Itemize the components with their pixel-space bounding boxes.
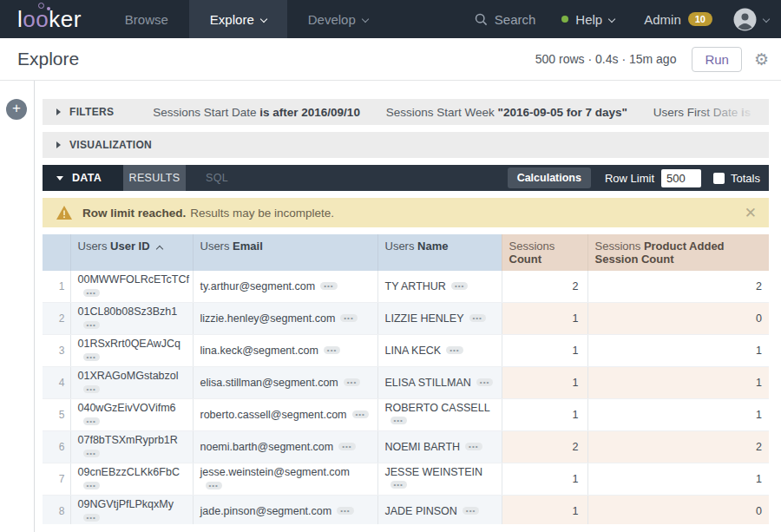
cell-menu-icon[interactable]: ••• [352,410,369,418]
user-menu[interactable] [733,8,769,31]
cell-menu-icon[interactable]: ••• [446,346,463,354]
cell-user-id[interactable]: 01CL80b08Sz3Bzh1••• [70,303,193,335]
cell-menu-icon[interactable]: ••• [83,482,100,489]
cell-menu-icon[interactable]: ••• [344,378,360,386]
totals-checkbox[interactable] [713,173,725,184]
cell-menu-icon[interactable]: ••• [390,481,407,489]
expand-arrow-icon[interactable] [56,141,61,148]
data-section-toggle[interactable]: DATA [43,165,123,191]
close-icon[interactable]: ✕ [745,206,757,220]
cell-email[interactable]: elisa.stillman@segment.com••• [193,367,377,399]
cell-menu-icon[interactable]: ••• [83,289,100,297]
calculations-button[interactable]: Calculations [508,167,591,188]
header-name[interactable]: Users Name [377,234,502,271]
cell-menu-icon[interactable]: ••• [390,417,407,424]
tab-results[interactable]: RESULTS [123,165,186,191]
cell-product-added[interactable]: 2 [587,431,769,463]
cell-user-id[interactable]: 00MWWFOLRcETcTCf••• [70,271,193,303]
cell-count[interactable]: 1 [502,496,587,525]
cell-name[interactable]: ROBERTO CASSELL••• [377,399,502,431]
cell-email[interactable]: ty.arthur@segment.com••• [193,271,377,303]
cell-product-added[interactable]: 1 [587,463,769,496]
cell-count[interactable]: 1 [502,303,587,335]
cell-name[interactable]: ELISA STILLMAN••• [377,367,502,399]
cell-count[interactable]: 1 [502,367,587,399]
visualization-title[interactable]: VISUALIZATION [69,139,152,151]
cell-email[interactable]: jesse.weinstein@segment.com••• [193,463,377,496]
cell-menu-icon[interactable]: ••• [451,282,468,290]
cell-menu-icon[interactable]: ••• [337,507,353,515]
cell-menu-icon[interactable]: ••• [324,346,340,354]
cell-user-id[interactable]: 09cnEBzzCLKk6FbC••• [70,463,193,496]
admin-menu[interactable]: Admin 10 [644,12,712,27]
header-count[interactable]: Sessions Count [502,234,587,271]
cell-email[interactable]: noemi.barth@segment.com••• [193,431,377,463]
cell-menu-icon[interactable]: ••• [83,321,100,329]
expand-arrow-icon[interactable] [56,108,61,115]
cell-product-added[interactable]: 1 [587,367,769,399]
cell-menu-icon[interactable]: ••• [320,282,337,290]
cell-menu-icon[interactable]: ••• [340,314,357,322]
tab-sql[interactable]: SQL [186,165,248,191]
row-limit-input[interactable] [661,169,701,187]
cell-menu-icon[interactable]: ••• [476,378,493,386]
cell-product-added[interactable]: 1 [587,399,769,431]
table-row: 2 01CL80b08Sz3Bzh1••• lizzie.henley@segm… [43,303,769,335]
cell-product-added[interactable]: 0 [587,496,769,525]
looker-logo[interactable]: looker [0,0,104,38]
cell-user-id[interactable]: 01XRAGoMGstabzol••• [70,367,193,399]
cell-count[interactable]: 1 [502,335,587,367]
cell-email[interactable]: lina.keck@segment.com••• [193,335,377,367]
cell-menu-icon[interactable]: ••• [463,507,479,515]
cell-name[interactable]: JESSE WEINSTEIN••• [377,463,502,496]
cell-product-added[interactable]: 1 [587,335,769,367]
nav-item-develop[interactable]: Develop [287,0,389,38]
cell-count[interactable]: 2 [502,271,587,303]
totals-toggle[interactable]: Totals [713,172,760,185]
filter-item[interactable]: Sessions Start Week "2016-09-05 for 7 da… [386,106,627,119]
run-button[interactable]: Run [692,47,742,72]
cell-count[interactable]: 2 [502,431,587,463]
gear-icon[interactable]: ⚙ [754,51,769,68]
cell-menu-icon[interactable]: ••• [83,417,100,425]
warning-icon [56,206,72,220]
cell-user-id[interactable]: 01RSxRrt0QEAwJCq••• [70,335,193,367]
cell-menu-icon[interactable]: ••• [469,314,486,322]
add-field-button[interactable]: + [6,99,27,120]
cell-name[interactable]: LINA KECK••• [377,335,502,367]
cell-email[interactable]: roberto.cassell@segment.com••• [193,399,377,431]
cell-name[interactable]: NOEMI BARTH••• [377,431,502,463]
header-user-id[interactable]: Users User ID [70,234,193,271]
cell-user-id[interactable]: 09NGVtjPfLPkqxMy••• [70,496,193,525]
cell-email[interactable]: jade.pinson@segment.com••• [193,496,377,525]
cell-menu-icon[interactable]: ••• [465,443,482,450]
cell-count[interactable]: 1 [502,399,587,431]
cell-user-id[interactable]: 07f8bTSXmRyprb1R••• [70,431,193,463]
search-icon [475,13,488,26]
table-row: 7 09cnEBzzCLKk6FbC••• jesse.weinstein@se… [43,463,769,496]
header-email[interactable]: Users Email [193,234,377,271]
cell-menu-icon[interactable]: ••• [83,450,100,457]
cell-name[interactable]: TY ARTHUR••• [377,271,502,303]
nav-item-explore[interactable]: Explore [189,0,287,38]
cell-name[interactable]: LIZZIE HENLEY••• [377,303,502,335]
filters-title[interactable]: FILTERS [69,106,114,118]
filter-item[interactable]: Sessions Start Date is after 2016/09/10 [153,106,360,119]
nav-item-browse[interactable]: Browse [104,0,189,38]
cell-count[interactable]: 1 [502,463,587,496]
help-menu[interactable]: Help [561,12,614,27]
cell-menu-icon[interactable]: ••• [338,443,355,450]
sort-asc-icon [155,246,162,253]
cell-menu-icon[interactable]: ••• [83,353,100,361]
cell-email[interactable]: lizzie.henley@segment.com••• [193,303,377,335]
cell-name[interactable]: JADE PINSON••• [377,496,502,525]
warning-text: Results may be incomplete. [190,207,334,220]
cell-menu-icon[interactable]: ••• [206,482,222,489]
cell-product-added[interactable]: 2 [587,271,769,303]
search-button[interactable]: Search [475,12,536,27]
cell-menu-icon[interactable]: ••• [83,385,100,393]
cell-user-id[interactable]: 040wGzEivVOVifm6••• [70,399,193,431]
cell-product-added[interactable]: 0 [587,303,769,335]
header-product-added[interactable]: Sessions Product Added Session Count [587,234,769,271]
cell-menu-icon[interactable]: ••• [83,514,100,522]
